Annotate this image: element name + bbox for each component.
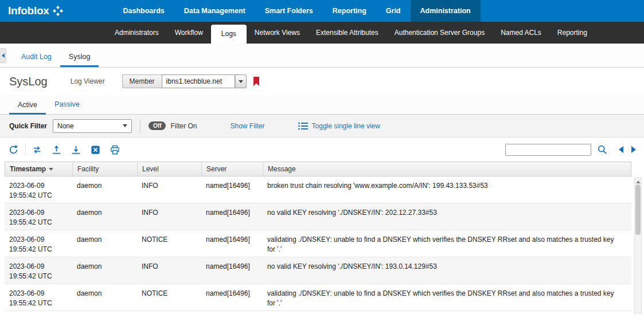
facility-value: daemon [72,257,137,284]
collapse-panel-handle[interactable] [0,48,6,63]
table-row[interactable]: 2023-06-0919:55:42 UTC daemon INFO named… [5,203,631,230]
syslog-table: Timestamp Facility Level Server Message … [5,162,631,311]
brand-name: Infoblox [8,5,49,17]
subnav-logs[interactable]: Logs [211,25,247,44]
column-timestamp-label: Timestamp [10,165,46,173]
filter-off-toggle[interactable]: Off [149,121,166,130]
timestamp-time: 19:55:42 UTC [9,218,68,227]
server-value: named[16496] [201,176,263,203]
divider [25,144,26,155]
scroll-up-icon[interactable] [636,180,641,183]
facility-value: daemon [72,176,137,203]
top-nav-bar: Infoblox Dashboards Data Management Smar… [0,0,644,22]
column-server[interactable]: Server [202,162,263,176]
message-value: no valid KEY resolving './DNSKEY/IN': 20… [263,203,631,230]
search-icon[interactable] [597,144,607,155]
timestamp-time: 19:55:42 UTC [9,245,68,254]
level-value: NOTICE [137,284,201,311]
level-value: NOTICE [137,230,201,257]
auto-scroll-icon[interactable] [32,144,42,155]
message-value: no valid KEY resolving './DNSKEY/IN': 19… [263,257,631,284]
nav-dashboards[interactable]: Dashboards [113,0,174,22]
table-header: Timestamp Facility Level Server Message [5,162,631,176]
message-value: validating ./DNSKEY: unable to find a DN… [263,284,631,311]
vertical-scrollbar[interactable] [634,178,642,313]
column-level-label: Level [142,165,159,173]
quick-filter-bar: Quick Filter None Off Filter On Show Fil… [0,115,644,138]
message-value: validating ./DNSKEY: unable to find a DN… [263,230,631,257]
nav-reporting[interactable]: Reporting [323,0,376,22]
nav-data-management[interactable]: Data Management [174,0,255,22]
infoblox-logo[interactable]: Infoblox [0,0,72,22]
tab-syslog[interactable]: Syslog [60,53,99,67]
tab-passive[interactable]: Passive [46,100,88,114]
timestamp-time: 19:55:42 UTC [9,299,68,308]
subnav-named-acls[interactable]: Named ACLs [493,22,549,44]
divider [140,119,140,133]
member-dropdown-button[interactable] [235,74,247,88]
tab-active[interactable]: Active [9,101,46,115]
subnav-extensible-attributes[interactable]: Extensible Attributes [308,22,387,44]
facility-value: daemon [72,284,137,311]
subnav-network-views[interactable]: Network Views [247,22,308,44]
show-filter-link[interactable]: Show Filter [231,122,265,130]
previous-page-icon[interactable] [619,146,623,153]
table-row[interactable]: 2023-06-0919:55:42 UTC daemon INFO named… [5,257,631,284]
column-timestamp[interactable]: Timestamp [5,162,73,176]
quick-filter-label: Quick Filter [9,122,47,130]
toggle-single-line-view[interactable]: Toggle single line view [298,122,380,130]
timestamp-date: 2023-06-09 [9,289,68,299]
server-value: named[16496] [201,284,263,311]
column-server-label: Server [206,165,227,173]
member-label: Member [122,74,162,88]
collapse-arrow-icon [2,53,5,58]
upload-icon[interactable] [51,144,62,155]
member-value[interactable]: ibns1.techblue.net [162,74,235,88]
quick-filter-select[interactable]: None [53,119,132,133]
column-level[interactable]: Level [138,162,202,176]
timestamp-date: 2023-06-09 [9,208,68,218]
infoblox-diamond-icon [52,5,64,17]
scrollbar-thumb[interactable] [635,184,641,235]
chevron-down-icon [123,124,127,127]
nav-smart-folders[interactable]: Smart Folders [255,0,323,22]
search-input[interactable] [505,144,591,156]
nav-grid[interactable]: Grid [376,0,411,22]
table-row[interactable]: 2023-06-0919:55:42 UTC daemon INFO named… [5,176,631,203]
refresh-icon[interactable] [8,144,19,155]
column-message[interactable]: Message [263,162,631,176]
table-row[interactable]: 2023-06-0919:55:42 UTC daemon NOTICE nam… [5,284,631,311]
subnav-workflow[interactable]: Workflow [167,22,211,44]
tab-audit-log[interactable]: Audit Log [13,53,60,67]
download-icon[interactable] [71,144,81,155]
log-viewer-label: Log Viewer [71,77,105,85]
toolbar-right [505,144,636,156]
app-window: Infoblox Dashboards Data Management Smar… [0,0,644,318]
facility-value: daemon [72,230,137,257]
sub-nav-bar: Administrators Workflow Logs Network Vie… [0,22,644,44]
log-tabs-row: Audit Log Syslog [0,44,644,68]
top-nav: Dashboards Data Management Smart Folders… [113,0,480,22]
level-value: INFO [137,176,201,203]
clear-log-icon[interactable] [90,144,101,155]
bookmark-flag-icon[interactable] [252,76,260,87]
nav-administration[interactable]: Administration [411,0,481,22]
subnav-administrators[interactable]: Administrators [107,22,167,44]
sort-desc-icon [49,168,53,171]
table-row[interactable]: 2023-06-0919:55:42 UTC daemon NOTICE nam… [5,230,631,257]
column-facility[interactable]: Facility [73,162,138,176]
member-selector: Member ibns1.techblue.net [122,74,247,88]
subnav-reporting[interactable]: Reporting [549,22,595,44]
timestamp-time: 19:55:42 UTC [9,272,68,281]
message-value: broken trust chain resolving 'www.exampl… [263,176,631,203]
level-value: INFO [137,257,201,284]
server-value: named[16496] [201,230,263,257]
view-tabs-row: Active Passive [0,95,644,115]
next-page-icon[interactable] [631,146,636,153]
print-icon[interactable] [110,144,120,155]
subnav-authentication-server-groups[interactable]: Authentication Server Groups [387,22,493,44]
filter-on-label: Filter On [170,122,197,130]
page-title: SysLog [9,75,48,88]
timestamp-date: 2023-06-09 [9,235,68,245]
list-view-icon [298,122,308,130]
